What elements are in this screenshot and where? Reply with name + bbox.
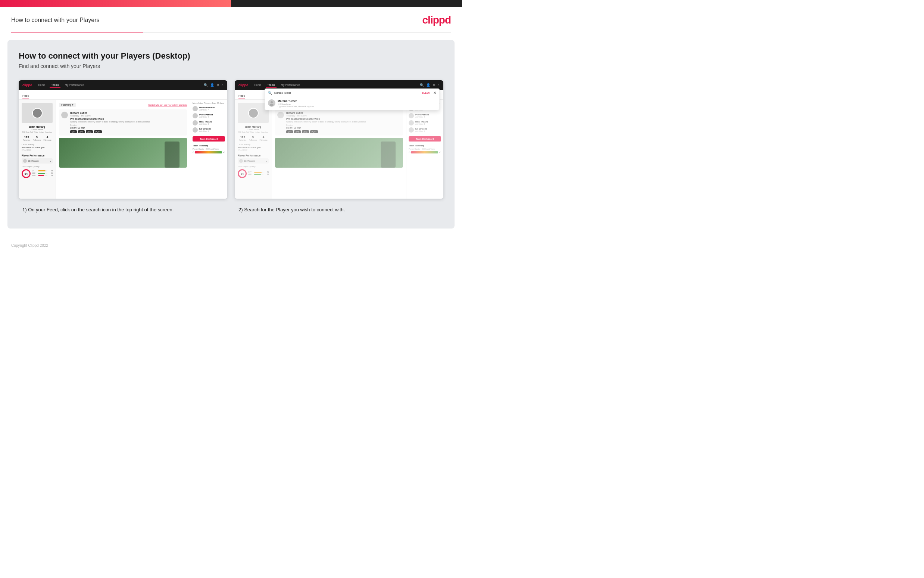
tag-ott-1: OTT — [70, 130, 77, 133]
tpq-bar-app-2: APP 70 — [248, 174, 269, 175]
stat-activities-2: 129 Activities — [239, 136, 246, 141]
nav-teams-1[interactable]: Teams — [50, 83, 60, 88]
control-link-1[interactable]: Control who can see your activity and da… — [148, 104, 187, 106]
logo: clippd — [422, 14, 451, 26]
person-icon — [269, 101, 274, 106]
activity-content-2: Richard Butler Yesterday · The Grove Pre… — [286, 112, 366, 133]
profile-name-2: Blair McHarg — [238, 125, 269, 128]
profile-stats-2: 129 Activities 3 Followers 4 Following — [238, 136, 269, 141]
app-right-2: Most Active Players - Last 30 days Richa… — [406, 100, 443, 199]
search-result-avatar — [268, 99, 275, 107]
tpq-bar-ott-2: OTT 79 — [248, 171, 269, 173]
team-dashboard-btn-1[interactable]: Team Dashboard — [193, 136, 225, 141]
golf-figure-1 — [165, 141, 180, 168]
search-result-name: Marcus Turner — [278, 99, 314, 103]
stat-followers-1: 3 Followers — [33, 136, 40, 141]
tag-ott-2: OTT — [286, 130, 293, 133]
app-nav-icons-1: 🔍 👤 ⚙ ○ — [204, 83, 223, 87]
activity-text-1: Afternoon round of golf — [22, 146, 53, 149]
app-middle-1: Following ▾ Control who can see your act… — [56, 100, 190, 199]
player-select-1[interactable]: Eli Vincent ▾ — [22, 158, 53, 164]
feed-tab-label-1[interactable]: Feed — [23, 94, 29, 99]
search-close-button[interactable]: ✕ — [433, 91, 436, 95]
team-heatmap-label-2: Team Heatmap — [409, 144, 441, 147]
search-query-display[interactable]: Marcus Turner — [274, 91, 419, 94]
player-acts-r1: Activities: 7 — [199, 109, 215, 111]
search-icon-1[interactable]: 🔍 — [204, 83, 208, 87]
player-select-2[interactable]: Eli Vincent ▾ — [238, 158, 269, 164]
heatmap-neg-1: -5 — [193, 151, 194, 153]
tag-arg-2: ARG — [302, 130, 309, 133]
activity-text-2: Afternoon round of golf — [238, 146, 269, 149]
most-active-label-1: Most Active Players - Last 30 days — [193, 102, 225, 104]
player-avatar-2-2 — [409, 113, 414, 119]
app-logo-2: clippd — [238, 83, 249, 87]
logo-text: clipp — [422, 14, 445, 26]
user-icon-2[interactable]: 👤 — [426, 83, 430, 87]
screenshot-panel-1: clippd Home Teams My Performance 🔍 👤 ⚙ ○… — [19, 80, 227, 199]
nav-home-2[interactable]: Home — [253, 83, 263, 88]
app-left-2: Blair McHarg Golf Coach Mill Ride Golf C… — [235, 100, 272, 199]
stat-following-1: 4 Following — [43, 136, 51, 141]
profile-club-2: Mill Ride Golf Club, United Kingdom — [238, 131, 269, 133]
heatmap-sub-2: Player Quality · 20 Round Trend — [409, 148, 441, 150]
player-select-avatar-1 — [23, 159, 27, 163]
player-avatar-r4 — [193, 127, 198, 133]
nav-teams-2[interactable]: Teams — [266, 83, 277, 88]
tag-app-1: APP — [78, 130, 85, 133]
app-left-1: Blair McHarg Golf Coach Mill Ride Golf C… — [19, 100, 56, 199]
profile-club-1: Mill Ride Golf Club, United Kingdom — [22, 131, 53, 133]
player-select-arrow-1: ▾ — [50, 160, 51, 162]
feed-tab-label-2[interactable]: Feed — [238, 94, 245, 99]
search-clear-button[interactable]: CLEAR — [422, 92, 430, 94]
player-perf-label-2: Player Performance — [238, 154, 269, 157]
tpq-bar-arg: ARG 64 — [32, 175, 53, 177]
app-right-1: Most Active Players - Last 30 days Richa… — [190, 100, 227, 199]
heatmap-bar-1: -5 +5 — [193, 151, 225, 153]
search-result-club: Cypress Point Club, United Kingdom — [278, 105, 314, 107]
tag-app-2: APP — [294, 130, 301, 133]
tpq-bar-ott: OTT 79 — [32, 170, 53, 172]
profile-avatar-1 — [32, 108, 42, 119]
activity-avatar-2 — [277, 112, 284, 119]
avatar-icon-1[interactable]: ○ — [222, 83, 223, 87]
step-2-text: 2) Search for the Player you wish to con… — [235, 206, 443, 214]
search-result-item[interactable]: Marcus Turner 1-5 Handicap Cypress Point… — [265, 97, 439, 110]
settings-icon-2[interactable]: ⚙ — [432, 83, 435, 87]
team-dashboard-btn-2[interactable]: Team Dashboard — [409, 136, 441, 141]
player-acts-r3: Activities: 3 — [199, 123, 212, 125]
duration-label-2: Duration — [286, 124, 366, 126]
search-icon-2[interactable]: 🔍 — [420, 83, 424, 87]
tpq-bars-1: OTT 79 APP 70 ARG — [32, 170, 53, 177]
following-button-1[interactable]: Following ▾ — [59, 103, 76, 107]
nav-performance-2[interactable]: My Performance — [280, 83, 301, 88]
tpq-bars-2: OTT 79 APP 70 — [248, 171, 269, 176]
profile-image-area-1 — [22, 103, 53, 123]
activity-card-2: Richard Butler Yesterday · The Grove Pre… — [275, 109, 403, 136]
header: How to connect with your Players clippd — [0, 7, 462, 32]
latest-activity-label-2: Latest Activity — [238, 143, 269, 146]
user-icon-1[interactable]: 👤 — [210, 83, 214, 87]
heatmap-pos-2: +5 — [439, 151, 441, 153]
activity-subtitle-2: Yesterday · The Grove — [286, 115, 366, 117]
avatar-icon-2[interactable]: ○ — [438, 83, 440, 87]
app-nav-items-1: Home Teams My Performance — [37, 83, 199, 88]
nav-home-1[interactable]: Home — [37, 83, 47, 88]
settings-icon-1[interactable]: ⚙ — [217, 83, 219, 87]
profile-image-area-2 — [238, 103, 269, 123]
app-body-1: Blair McHarg Golf Coach Mill Ride Golf C… — [19, 100, 227, 199]
player-item-2: Piers Parnell Activities: 4 — [193, 113, 225, 119]
stat-following-2: 4 Following — [259, 136, 267, 141]
app-body-2: Blair McHarg Golf Coach Mill Ride Golf C… — [235, 100, 443, 199]
activity-card-1: Richard Butler Yesterday · The Grove Pre… — [59, 109, 187, 136]
player-avatar-r3 — [193, 120, 198, 125]
page-title: How to connect with your Players — [11, 17, 100, 24]
player-acts-r2: Activities: 4 — [199, 116, 213, 118]
golf-image-2 — [275, 138, 403, 168]
activity-title-2: Pre Tournament Course Walk — [286, 118, 366, 120]
content-area: How to connect with your Players (Deskto… — [8, 40, 455, 229]
player-select-name-2: Eli Vincent — [244, 160, 265, 162]
tpq-score-1: 84 — [22, 169, 31, 178]
nav-performance-1[interactable]: My Performance — [63, 83, 86, 88]
tpq-row-2: 84 OTT 79 APP 70 — [238, 169, 269, 178]
